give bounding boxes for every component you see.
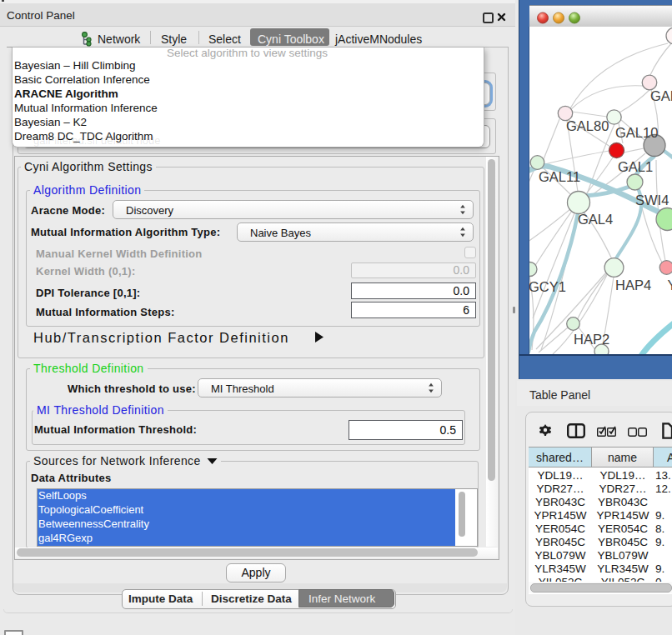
svg-text:GAL80: GAL80 [566,118,609,133]
svg-text:GAL: GAL [650,88,672,103]
svg-text:GAL10: GAL10 [615,125,658,140]
svg-text:GCY1: GCY1 [529,279,566,294]
svg-text:GAL1: GAL1 [618,159,653,174]
svg-text:HAP4: HAP4 [615,278,651,292]
svg-text:SWI4: SWI4 [635,192,669,208]
svg-text:HAP2: HAP2 [574,332,609,347]
svg-text:GAL4: GAL4 [578,212,613,227]
svg-text:GAL11: GAL11 [539,169,580,184]
svg-text:Y: Y [668,278,672,292]
